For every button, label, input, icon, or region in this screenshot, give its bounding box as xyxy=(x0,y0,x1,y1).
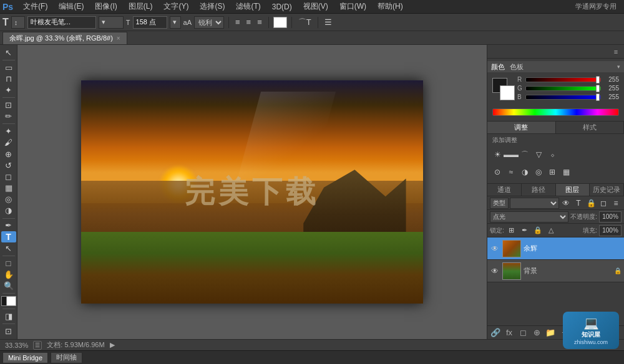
lock-pixels-btn[interactable]: ⊞ xyxy=(506,225,517,236)
screen-mode-btn[interactable]: ⊡ xyxy=(1,326,16,337)
panel-collapse-btn[interactable]: ≡ xyxy=(610,46,622,57)
menu-item-image[interactable]: 图像(I) xyxy=(90,0,122,13)
menu-item-file[interactable]: 文件(F) xyxy=(18,0,52,13)
fg-bg-color-btn[interactable] xyxy=(1,295,17,307)
channel-mixer-btn[interactable]: ⊞ xyxy=(546,166,558,178)
color-balance-btn[interactable]: ≈ xyxy=(505,166,517,178)
font-family-input[interactable] xyxy=(27,16,96,29)
swatches-tab[interactable]: 色板 xyxy=(510,62,524,72)
green-slider[interactable] xyxy=(525,86,601,91)
clone-tool-btn[interactable]: ⊕ xyxy=(1,149,16,160)
nav-arrow-btn[interactable]: ▶ xyxy=(110,341,115,349)
blend-mode-select[interactable]: 点光 xyxy=(490,211,568,223)
add-style-btn[interactable]: fx xyxy=(504,327,515,338)
link-layers-btn[interactable]: 🔗 xyxy=(490,327,501,338)
layer-visibility-btn-1[interactable]: 👁 xyxy=(490,244,500,254)
hue-sat-btn[interactable]: ⊙ xyxy=(491,166,504,178)
pen-tool-btn[interactable]: ✒ xyxy=(1,220,16,231)
channels-tab[interactable]: 通道 xyxy=(487,184,522,196)
shape-tool-btn[interactable]: □ xyxy=(1,258,16,269)
wand-tool-btn[interactable]: ✦ xyxy=(1,85,16,95)
type-orientation-btn[interactable]: ↕ xyxy=(11,16,25,29)
menu-item-window[interactable]: 窗口(W) xyxy=(334,0,371,13)
lock-all-btn[interactable]: 🔒 xyxy=(532,225,544,236)
exposure-btn[interactable]: ▽ xyxy=(532,148,545,161)
color-tab[interactable]: 颜色 xyxy=(491,62,505,72)
hand-tool-btn[interactable]: ✋ xyxy=(1,269,16,280)
lock-position-btn[interactable]: ✒ xyxy=(519,225,530,236)
font-size-input[interactable] xyxy=(133,16,167,29)
history-tab[interactable]: 历史记录 xyxy=(590,184,624,196)
add-mask-btn[interactable]: ◻ xyxy=(517,327,529,338)
vibrance-btn[interactable]: ⬦ xyxy=(546,148,558,161)
adj-tab-styles[interactable]: 样式 xyxy=(556,122,625,133)
menu-item-filter[interactable]: 滤镜(T) xyxy=(231,0,265,13)
align-center-btn[interactable]: ≡ xyxy=(245,17,253,27)
align-right-btn[interactable]: ≡ xyxy=(255,17,264,27)
lasso-tool-btn[interactable]: ⊓ xyxy=(1,74,16,84)
spectrum-bar[interactable] xyxy=(492,108,619,116)
zoom-tool-btn[interactable]: 🔍 xyxy=(1,280,16,291)
bw-btn[interactable]: ◑ xyxy=(519,166,531,178)
brush-tool-btn[interactable]: 🖌 xyxy=(1,137,16,148)
move-tool-btn[interactable]: ↖ xyxy=(1,47,16,58)
eyedropper-tool-btn[interactable]: ✏ xyxy=(1,111,16,122)
lock-art-btn[interactable]: △ xyxy=(545,225,557,236)
font-size-dropdown[interactable]: ▾ xyxy=(170,16,181,29)
canvas-area[interactable]: 完美下载 xyxy=(17,45,487,339)
filter-select[interactable] xyxy=(510,198,559,209)
visibility-filter-btn[interactable]: 👁 xyxy=(560,198,572,209)
healing-tool-btn[interactable]: ✦ xyxy=(1,126,16,136)
font-style-btn[interactable]: ▾ xyxy=(99,16,124,29)
menu-item-edit[interactable]: 编辑(E) xyxy=(54,0,89,13)
filter-type-btn[interactable]: 类型 xyxy=(490,198,509,209)
smart-filter-btn[interactable]: ≡ xyxy=(610,198,622,209)
add-group-btn[interactable]: 📁 xyxy=(545,327,556,338)
dodge-tool-btn[interactable]: ◑ xyxy=(1,205,16,216)
layer-visibility-btn-2[interactable]: 👁 xyxy=(490,266,500,276)
type-filter-btn[interactable]: T xyxy=(573,198,584,209)
tab-close-btn[interactable]: × xyxy=(117,35,120,42)
marquee-tool-btn[interactable]: ▭ xyxy=(1,62,16,73)
quick-mask-btn[interactable]: ◨ xyxy=(1,311,16,322)
color-lookup-btn[interactable]: ▦ xyxy=(560,166,572,178)
timeline-tab[interactable]: 时间轴 xyxy=(51,352,82,363)
brightness-contrast-btn[interactable]: ☀ xyxy=(491,148,504,161)
fill-input[interactable] xyxy=(599,225,622,236)
curves-btn[interactable]: ⌒ xyxy=(519,148,531,161)
char-panel-btn[interactable]: ☰ xyxy=(323,17,334,27)
document-tab[interactable]: 余晖.jpg @ 33.3% (余晖, RGB/8#) × xyxy=(2,32,127,44)
layer-item-yuhui[interactable]: 👁 余辉 xyxy=(487,237,624,260)
levels-btn[interactable]: ▬▬ xyxy=(505,148,517,161)
mini-bridge-tab[interactable]: Mini Bridge xyxy=(2,352,48,363)
text-color-swatch[interactable] xyxy=(273,17,287,28)
crop-tool-btn[interactable]: ⊡ xyxy=(1,100,16,110)
menu-item-select[interactable]: 选择(S) xyxy=(195,0,230,13)
path-selection-btn[interactable]: ↖ xyxy=(1,243,16,254)
color-panel-header[interactable]: 颜色 色板 ▾ xyxy=(487,61,624,72)
menu-item-view[interactable]: 视图(V) xyxy=(298,0,333,13)
menu-item-help[interactable]: 帮助(H) xyxy=(373,0,408,13)
menu-item-layer[interactable]: 图层(L) xyxy=(124,0,158,13)
menu-item-text[interactable]: 文字(Y) xyxy=(158,0,193,13)
warp-text-btn[interactable]: ⌒T xyxy=(296,17,313,28)
adj-tab-adjustments[interactable]: 调整 xyxy=(487,122,556,133)
layer-item-background[interactable]: 👁 背景 🔒 xyxy=(487,260,624,282)
blur-tool-btn[interactable]: ◎ xyxy=(1,194,16,204)
blue-slider[interactable] xyxy=(525,95,601,100)
layers-tab[interactable]: 图层 xyxy=(556,184,590,196)
eraser-tool-btn[interactable]: ◻ xyxy=(1,171,16,182)
opacity-input[interactable] xyxy=(599,211,622,223)
menu-item-3d[interactable]: 3D(D) xyxy=(267,1,297,12)
align-left-btn[interactable]: ≡ xyxy=(233,17,242,27)
add-adj-layer-btn[interactable]: ⊕ xyxy=(531,327,542,338)
background-color-swatch[interactable] xyxy=(500,85,515,100)
photo-filter-btn[interactable]: ◎ xyxy=(532,166,545,178)
gradient-tool-btn[interactable]: ▦ xyxy=(1,183,16,193)
red-slider[interactable] xyxy=(525,77,601,82)
color-filter-btn[interactable]: ◻ xyxy=(598,198,609,209)
lock-filter-btn[interactable]: 🔒 xyxy=(585,198,597,209)
paths-tab[interactable]: 路径 xyxy=(522,184,556,196)
antialiasing-select[interactable]: 锐利 xyxy=(194,16,224,29)
type-tool-btn[interactable]: T xyxy=(1,231,16,242)
